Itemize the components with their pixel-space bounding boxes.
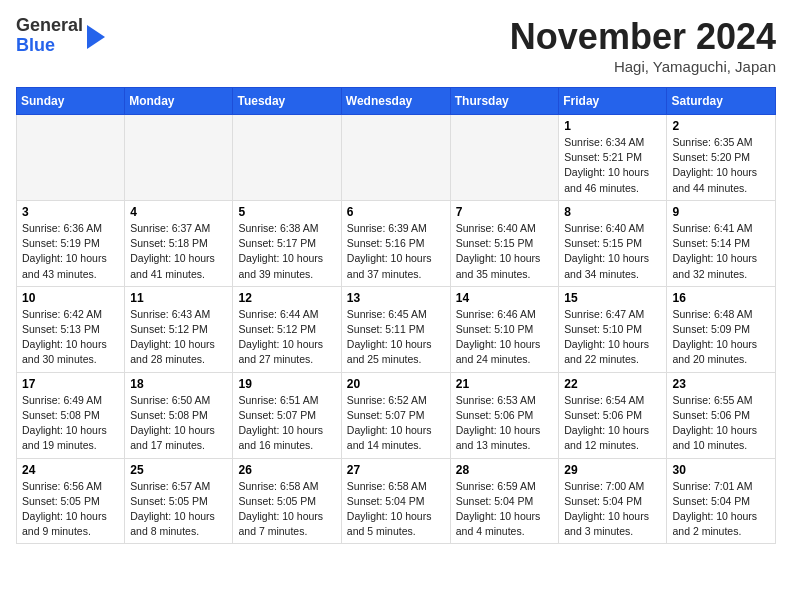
weekday-header-row: SundayMondayTuesdayWednesdayThursdayFrid… <box>17 88 776 115</box>
week-row-0: 1Sunrise: 6:34 AM Sunset: 5:21 PM Daylig… <box>17 115 776 201</box>
logo-blue: Blue <box>16 35 55 55</box>
day-info: Sunrise: 6:38 AM Sunset: 5:17 PM Dayligh… <box>238 221 335 282</box>
day-info: Sunrise: 6:36 AM Sunset: 5:19 PM Dayligh… <box>22 221 119 282</box>
week-row-2: 10Sunrise: 6:42 AM Sunset: 5:13 PM Dayli… <box>17 286 776 372</box>
day-info: Sunrise: 6:55 AM Sunset: 5:06 PM Dayligh… <box>672 393 770 454</box>
day-number: 29 <box>564 463 661 477</box>
day-info: Sunrise: 7:00 AM Sunset: 5:04 PM Dayligh… <box>564 479 661 540</box>
calendar-cell: 6Sunrise: 6:39 AM Sunset: 5:16 PM Daylig… <box>341 200 450 286</box>
day-info: Sunrise: 6:59 AM Sunset: 5:04 PM Dayligh… <box>456 479 554 540</box>
day-number: 26 <box>238 463 335 477</box>
day-info: Sunrise: 6:39 AM Sunset: 5:16 PM Dayligh… <box>347 221 445 282</box>
calendar-cell: 13Sunrise: 6:45 AM Sunset: 5:11 PM Dayli… <box>341 286 450 372</box>
title-block: November 2024 Hagi, Yamaguchi, Japan <box>510 16 776 75</box>
weekday-header-monday: Monday <box>125 88 233 115</box>
day-number: 25 <box>130 463 227 477</box>
calendar-cell <box>17 115 125 201</box>
calendar-cell: 19Sunrise: 6:51 AM Sunset: 5:07 PM Dayli… <box>233 372 341 458</box>
day-number: 3 <box>22 205 119 219</box>
day-info: Sunrise: 6:58 AM Sunset: 5:05 PM Dayligh… <box>238 479 335 540</box>
day-info: Sunrise: 6:42 AM Sunset: 5:13 PM Dayligh… <box>22 307 119 368</box>
logo: General Blue <box>16 16 105 56</box>
day-number: 22 <box>564 377 661 391</box>
calendar-cell: 21Sunrise: 6:53 AM Sunset: 5:06 PM Dayli… <box>450 372 559 458</box>
day-info: Sunrise: 6:45 AM Sunset: 5:11 PM Dayligh… <box>347 307 445 368</box>
logo-text: General Blue <box>16 16 83 56</box>
day-info: Sunrise: 6:54 AM Sunset: 5:06 PM Dayligh… <box>564 393 661 454</box>
day-number: 28 <box>456 463 554 477</box>
day-info: Sunrise: 6:56 AM Sunset: 5:05 PM Dayligh… <box>22 479 119 540</box>
day-info: Sunrise: 6:48 AM Sunset: 5:09 PM Dayligh… <box>672 307 770 368</box>
week-row-1: 3Sunrise: 6:36 AM Sunset: 5:19 PM Daylig… <box>17 200 776 286</box>
weekday-header-friday: Friday <box>559 88 667 115</box>
calendar-cell: 18Sunrise: 6:50 AM Sunset: 5:08 PM Dayli… <box>125 372 233 458</box>
weekday-header-wednesday: Wednesday <box>341 88 450 115</box>
day-info: Sunrise: 7:01 AM Sunset: 5:04 PM Dayligh… <box>672 479 770 540</box>
day-number: 24 <box>22 463 119 477</box>
calendar-cell: 14Sunrise: 6:46 AM Sunset: 5:10 PM Dayli… <box>450 286 559 372</box>
calendar-cell: 22Sunrise: 6:54 AM Sunset: 5:06 PM Dayli… <box>559 372 667 458</box>
day-number: 2 <box>672 119 770 133</box>
calendar-cell: 8Sunrise: 6:40 AM Sunset: 5:15 PM Daylig… <box>559 200 667 286</box>
calendar-cell: 5Sunrise: 6:38 AM Sunset: 5:17 PM Daylig… <box>233 200 341 286</box>
calendar-cell <box>233 115 341 201</box>
location: Hagi, Yamaguchi, Japan <box>510 58 776 75</box>
logo-arrow-icon <box>87 25 105 49</box>
day-number: 10 <box>22 291 119 305</box>
calendar-cell: 28Sunrise: 6:59 AM Sunset: 5:04 PM Dayli… <box>450 458 559 544</box>
day-number: 23 <box>672 377 770 391</box>
day-info: Sunrise: 6:35 AM Sunset: 5:20 PM Dayligh… <box>672 135 770 196</box>
calendar-cell <box>125 115 233 201</box>
calendar-cell: 17Sunrise: 6:49 AM Sunset: 5:08 PM Dayli… <box>17 372 125 458</box>
calendar-cell: 16Sunrise: 6:48 AM Sunset: 5:09 PM Dayli… <box>667 286 776 372</box>
day-number: 15 <box>564 291 661 305</box>
day-number: 11 <box>130 291 227 305</box>
day-info: Sunrise: 6:40 AM Sunset: 5:15 PM Dayligh… <box>564 221 661 282</box>
calendar-table: SundayMondayTuesdayWednesdayThursdayFrid… <box>16 87 776 544</box>
calendar-cell <box>450 115 559 201</box>
day-number: 14 <box>456 291 554 305</box>
day-number: 19 <box>238 377 335 391</box>
day-info: Sunrise: 6:41 AM Sunset: 5:14 PM Dayligh… <box>672 221 770 282</box>
week-row-3: 17Sunrise: 6:49 AM Sunset: 5:08 PM Dayli… <box>17 372 776 458</box>
calendar-cell: 20Sunrise: 6:52 AM Sunset: 5:07 PM Dayli… <box>341 372 450 458</box>
logo-general: General <box>16 15 83 35</box>
calendar-cell: 26Sunrise: 6:58 AM Sunset: 5:05 PM Dayli… <box>233 458 341 544</box>
day-number: 16 <box>672 291 770 305</box>
day-number: 8 <box>564 205 661 219</box>
calendar-cell: 23Sunrise: 6:55 AM Sunset: 5:06 PM Dayli… <box>667 372 776 458</box>
day-number: 5 <box>238 205 335 219</box>
day-info: Sunrise: 6:51 AM Sunset: 5:07 PM Dayligh… <box>238 393 335 454</box>
day-number: 4 <box>130 205 227 219</box>
day-number: 21 <box>456 377 554 391</box>
weekday-header-sunday: Sunday <box>17 88 125 115</box>
calendar-cell: 9Sunrise: 6:41 AM Sunset: 5:14 PM Daylig… <box>667 200 776 286</box>
calendar-cell: 27Sunrise: 6:58 AM Sunset: 5:04 PM Dayli… <box>341 458 450 544</box>
calendar-cell: 15Sunrise: 6:47 AM Sunset: 5:10 PM Dayli… <box>559 286 667 372</box>
calendar-cell: 11Sunrise: 6:43 AM Sunset: 5:12 PM Dayli… <box>125 286 233 372</box>
month-title: November 2024 <box>510 16 776 58</box>
day-info: Sunrise: 6:58 AM Sunset: 5:04 PM Dayligh… <box>347 479 445 540</box>
day-number: 7 <box>456 205 554 219</box>
day-number: 18 <box>130 377 227 391</box>
day-info: Sunrise: 6:57 AM Sunset: 5:05 PM Dayligh… <box>130 479 227 540</box>
calendar-cell: 7Sunrise: 6:40 AM Sunset: 5:15 PM Daylig… <box>450 200 559 286</box>
day-number: 6 <box>347 205 445 219</box>
day-number: 27 <box>347 463 445 477</box>
calendar-cell: 4Sunrise: 6:37 AM Sunset: 5:18 PM Daylig… <box>125 200 233 286</box>
calendar-cell <box>341 115 450 201</box>
day-number: 20 <box>347 377 445 391</box>
day-info: Sunrise: 6:46 AM Sunset: 5:10 PM Dayligh… <box>456 307 554 368</box>
week-row-4: 24Sunrise: 6:56 AM Sunset: 5:05 PM Dayli… <box>17 458 776 544</box>
day-number: 1 <box>564 119 661 133</box>
calendar-cell: 25Sunrise: 6:57 AM Sunset: 5:05 PM Dayli… <box>125 458 233 544</box>
day-info: Sunrise: 6:34 AM Sunset: 5:21 PM Dayligh… <box>564 135 661 196</box>
weekday-header-thursday: Thursday <box>450 88 559 115</box>
day-info: Sunrise: 6:47 AM Sunset: 5:10 PM Dayligh… <box>564 307 661 368</box>
calendar-cell: 3Sunrise: 6:36 AM Sunset: 5:19 PM Daylig… <box>17 200 125 286</box>
calendar-cell: 29Sunrise: 7:00 AM Sunset: 5:04 PM Dayli… <box>559 458 667 544</box>
calendar-cell: 1Sunrise: 6:34 AM Sunset: 5:21 PM Daylig… <box>559 115 667 201</box>
day-number: 30 <box>672 463 770 477</box>
calendar-cell: 30Sunrise: 7:01 AM Sunset: 5:04 PM Dayli… <box>667 458 776 544</box>
day-number: 13 <box>347 291 445 305</box>
